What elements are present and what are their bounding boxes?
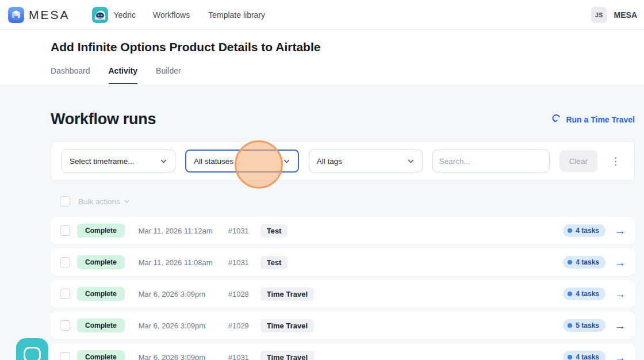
- run-id: #1031: [228, 258, 252, 267]
- bulk-actions-row: Bulk actions: [51, 195, 635, 208]
- nav-link-workflows[interactable]: Workflows: [153, 10, 190, 20]
- open-run-arrow-icon[interactable]: →: [615, 352, 626, 360]
- tab-builder[interactable]: Builder: [156, 66, 181, 84]
- search-box: [432, 150, 550, 173]
- brand-text: MESA: [29, 8, 70, 22]
- nav-account-switcher[interactable]: Yedric: [92, 7, 136, 23]
- trigger-badge: Time Travel: [260, 351, 314, 360]
- run-id: #1031: [228, 227, 252, 235]
- run-date: Mar 6, 2026 3:09pm: [139, 353, 225, 360]
- top-nav: MESA Yedric Workflows Template library J…: [0, 0, 644, 30]
- tags-value: All tags: [317, 157, 342, 166]
- run-row[interactable]: Complete Mar 11, 2026 11:12am #1031 Test…: [51, 217, 635, 244]
- time-travel-label: Run a Time Travel: [566, 115, 635, 124]
- tasks-dot-icon: [568, 292, 572, 296]
- run-row[interactable]: Complete Mar 6, 2026 3:09pm #1031 Time T…: [51, 343, 635, 360]
- mesa-logo-icon: [8, 7, 24, 23]
- tasks-badge: 4 tasks: [563, 288, 605, 300]
- filter-bar: Select timeframe... All statuses All tag…: [51, 141, 635, 181]
- row-checkbox[interactable]: [60, 257, 70, 267]
- tab-dashboard[interactable]: Dashboard: [51, 66, 90, 84]
- status-badge: Complete: [77, 350, 125, 360]
- page-title: Add Infinite Options Product Details to …: [51, 40, 320, 54]
- section-title: Workflow runs: [51, 110, 156, 128]
- tasks-count: 4 tasks: [576, 258, 599, 266]
- timeframe-value: Select timeframe...: [70, 157, 135, 166]
- bulk-actions-label: Bulk actions: [78, 197, 120, 206]
- row-checkbox[interactable]: [60, 225, 70, 236]
- run-date: Mar 11, 2026 11:12am: [139, 227, 225, 235]
- org-label[interactable]: MESA: [614, 10, 638, 20]
- run-id: #1029: [228, 321, 252, 330]
- tab-bar: Dashboard Activity Builder: [51, 66, 181, 84]
- tasks-dot-icon: [568, 228, 572, 233]
- nav-link-template-library[interactable]: Template library: [208, 10, 265, 20]
- time-travel-icon: [551, 114, 562, 125]
- user-initials-badge[interactable]: JS: [591, 7, 607, 23]
- tags-select[interactable]: All tags: [309, 150, 423, 173]
- run-time-travel-link[interactable]: Run a Time Travel: [551, 114, 635, 125]
- tasks-badge: 5 tasks: [563, 319, 605, 332]
- tab-activity[interactable]: Activity: [109, 66, 138, 84]
- tasks-badge: 4 tasks: [563, 351, 605, 360]
- run-date: Mar 11, 2026 11:08am: [139, 258, 225, 267]
- status-value: All statuses: [194, 157, 233, 166]
- row-checkbox[interactable]: [60, 320, 70, 331]
- page-header: Add Infinite Options Product Details to …: [0, 30, 644, 84]
- status-select[interactable]: All statuses: [185, 150, 299, 173]
- status-badge: Complete: [77, 224, 125, 238]
- bulk-actions-dropdown[interactable]: Bulk actions: [78, 197, 130, 206]
- chat-widget-button[interactable]: [16, 338, 48, 360]
- run-date: Mar 6, 2026 3:09pm: [139, 290, 225, 298]
- tasks-badge: 4 tasks: [563, 256, 605, 269]
- chat-icon: [24, 347, 41, 360]
- run-id: #1031: [228, 353, 252, 360]
- tasks-count: 4 tasks: [576, 227, 599, 235]
- open-run-arrow-icon[interactable]: →: [615, 289, 626, 300]
- tasks-count: 4 tasks: [576, 353, 599, 360]
- row-checkbox[interactable]: [60, 352, 70, 360]
- account-avatar: [92, 7, 108, 23]
- status-badge: Complete: [77, 319, 125, 332]
- search-input[interactable]: [439, 157, 541, 166]
- chevron-down-icon: [407, 158, 415, 165]
- run-row[interactable]: Complete Mar 6, 2026 3:09pm #1029 Time T…: [51, 312, 635, 339]
- run-date: Mar 6, 2026 3:09pm: [139, 321, 225, 330]
- more-options-icon[interactable]: ⋮: [607, 156, 624, 166]
- trigger-badge: Test: [260, 256, 288, 269]
- tasks-count: 5 tasks: [576, 321, 599, 330]
- status-badge: Complete: [77, 255, 125, 269]
- chevron-down-icon: [160, 158, 167, 165]
- runs-list: Complete Mar 11, 2026 11:12am #1031 Test…: [51, 217, 635, 360]
- open-run-arrow-icon[interactable]: →: [615, 320, 626, 331]
- tasks-count: 4 tasks: [576, 290, 599, 298]
- row-checkbox[interactable]: [60, 289, 70, 299]
- account-name: Yedric: [114, 10, 136, 20]
- activity-content: Workflow runs Run a Time Travel Select t…: [51, 84, 635, 360]
- run-id: #1028: [228, 290, 252, 298]
- run-row[interactable]: Complete Mar 6, 2026 3:09pm #1028 Time T…: [51, 280, 635, 308]
- open-run-arrow-icon[interactable]: →: [615, 225, 626, 236]
- chevron-down-icon: [124, 198, 130, 205]
- run-row[interactable]: Complete Mar 11, 2026 11:08am #1031 Test…: [51, 248, 635, 276]
- brand[interactable]: MESA: [8, 7, 70, 23]
- select-all-checkbox[interactable]: [60, 196, 70, 206]
- trigger-badge: Time Travel: [260, 319, 314, 332]
- tasks-dot-icon: [568, 260, 572, 265]
- open-run-arrow-icon[interactable]: →: [615, 257, 626, 268]
- tasks-dot-icon: [568, 323, 572, 328]
- trigger-badge: Test: [260, 224, 288, 238]
- clear-filters-button[interactable]: Clear: [559, 150, 597, 172]
- chevron-down-icon: [283, 158, 290, 165]
- trigger-badge: Time Travel: [260, 288, 314, 301]
- status-badge: Complete: [77, 287, 125, 301]
- tasks-dot-icon: [568, 355, 572, 359]
- timeframe-select[interactable]: Select timeframe...: [62, 150, 175, 173]
- tasks-badge: 4 tasks: [563, 224, 605, 237]
